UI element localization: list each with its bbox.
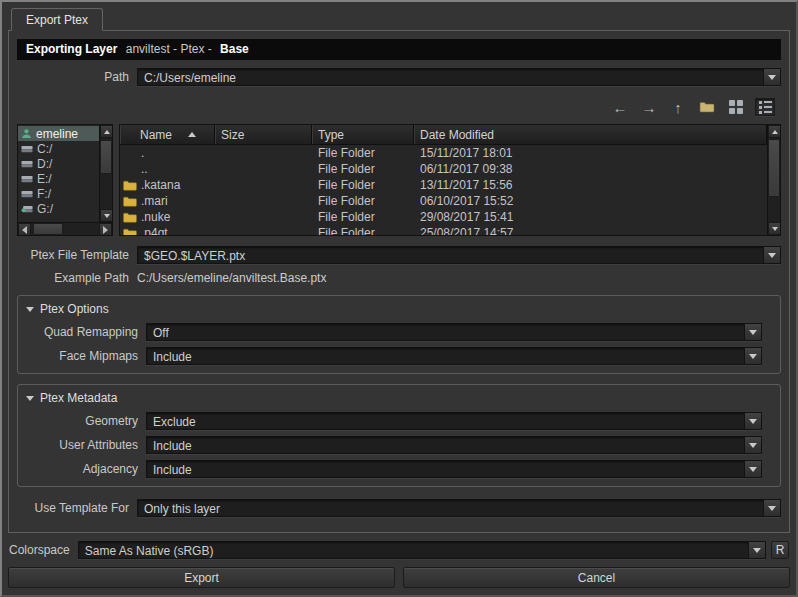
quad-remapping-row: Quad Remapping Off <box>26 323 762 341</box>
chevron-down-icon[interactable] <box>763 247 780 263</box>
chevron-down-icon[interactable] <box>744 348 761 364</box>
table-row[interactable]: .p4qt File Folder 25/08/2017 14:57 <box>120 225 767 235</box>
table-row[interactable]: .mari File Folder 06/10/2017 15:52 <box>120 193 767 209</box>
layer-path-text: anviltest - Ptex - <box>126 42 212 56</box>
sidebar-item-g-drive[interactable]: G:/ <box>18 201 99 216</box>
ptex-metadata-header[interactable]: Ptex Metadata <box>26 390 762 406</box>
drive-icon <box>21 159 33 169</box>
sidebar-item-c-drive[interactable]: C:/ <box>18 141 99 156</box>
sidebar-vertical-scrollbar[interactable] <box>99 125 112 222</box>
folder-icon <box>123 228 138 236</box>
network-drive-icon <box>21 204 33 214</box>
chevron-down-icon[interactable] <box>744 461 761 477</box>
quad-remapping-combobox[interactable]: Off <box>146 323 762 341</box>
sort-ascending-icon <box>188 132 196 137</box>
layer-name-text: Base <box>220 42 249 56</box>
file-list-pane: Name Size Type Date Modified <box>119 124 781 236</box>
quad-remapping-label: Quad Remapping <box>26 325 138 339</box>
sidebar-item-d-drive[interactable]: D:/ <box>18 156 99 171</box>
adjacency-row: Adjacency Include <box>26 460 762 478</box>
drive-icon <box>21 144 33 154</box>
column-header-date-modified[interactable]: Date Modified <box>414 125 767 144</box>
table-row[interactable]: .. File Folder 06/11/2017 09:38 <box>120 161 767 177</box>
list-view-icon[interactable] <box>755 98 775 116</box>
tab-export-ptex[interactable]: Export Ptex <box>11 8 103 31</box>
adjacency-combobox[interactable]: Include <box>146 460 762 478</box>
column-header-name[interactable]: Name <box>120 125 215 144</box>
user-attributes-combobox[interactable]: Include <box>146 436 762 454</box>
table-scrollbar[interactable] <box>767 125 780 235</box>
chevron-down-icon[interactable] <box>744 437 761 453</box>
chevron-down-icon[interactable] <box>744 413 761 429</box>
table-row[interactable]: .katana File Folder 13/11/2017 15:56 <box>120 177 767 193</box>
new-folder-icon[interactable] <box>697 98 717 116</box>
scroll-left-button[interactable] <box>18 223 31 236</box>
export-ptex-dialog: Export Ptex Exporting Layer anviltest - … <box>0 0 798 597</box>
icon-view-icon[interactable] <box>726 98 746 116</box>
cancel-button[interactable]: Cancel <box>403 567 790 588</box>
scroll-up-button[interactable] <box>768 125 781 138</box>
chevron-down-icon[interactable] <box>744 324 761 340</box>
up-icon[interactable]: ↑ <box>668 98 688 116</box>
sidebar-horizontal-scrollbar[interactable] <box>18 222 112 235</box>
path-label: Path <box>17 70 129 84</box>
user-icon <box>21 128 32 139</box>
use-template-row: Use Template For Only this layer <box>17 499 781 517</box>
ptex-file-template-value: $GEO.$LAYER.ptx <box>138 247 763 263</box>
collapse-arrow-icon <box>26 307 34 312</box>
export-ptex-panel: Exporting Layer anviltest - Ptex - Base … <box>8 30 790 533</box>
tab-bar: Export Ptex <box>8 8 790 30</box>
sidebar-item-label: G:/ <box>37 202 53 216</box>
template-row: Ptex File Template $GEO.$LAYER.ptx <box>17 246 781 264</box>
folder-icon <box>123 196 138 207</box>
scroll-down-button[interactable] <box>100 209 112 222</box>
sidebar-item-f-drive[interactable]: F:/ <box>18 186 99 201</box>
use-template-for-combobox[interactable]: Only this layer <box>137 499 781 517</box>
table-row[interactable]: . File Folder 15/11/2017 18:01 <box>120 145 767 161</box>
sidebar-item-label: D:/ <box>37 157 52 171</box>
drive-icon <box>21 174 33 184</box>
file-browser: emeline C:/ <box>17 124 781 236</box>
geometry-combobox[interactable]: Exclude <box>146 412 762 430</box>
chevron-down-icon[interactable] <box>763 69 780 85</box>
geometry-label: Geometry <box>26 414 138 428</box>
column-header-type[interactable]: Type <box>312 125 414 144</box>
colorspace-label: Colorspace <box>9 543 70 557</box>
scroll-up-button[interactable] <box>100 125 112 138</box>
exporting-layer-label: Exporting Layer <box>26 42 117 56</box>
ptex-options-group: Ptex Options Quad Remapping Off Face Mip… <box>17 295 781 374</box>
example-path-row: Example Path C:/Users/emeline/anviltest.… <box>17 271 781 285</box>
scroll-down-button[interactable] <box>768 222 781 235</box>
ptex-metadata-group: Ptex Metadata Geometry Exclude User Attr… <box>17 384 781 487</box>
table-row[interactable]: .nuke File Folder 29/08/2017 15:41 <box>120 209 767 225</box>
ptex-options-title: Ptex Options <box>40 302 109 316</box>
geometry-row: Geometry Exclude <box>26 412 762 430</box>
chevron-down-icon[interactable] <box>748 542 765 558</box>
user-attributes-row: User Attributes Include <box>26 436 762 454</box>
export-button[interactable]: Export <box>8 567 395 588</box>
face-mipmaps-combobox[interactable]: Include <box>146 347 762 365</box>
folder-icon <box>123 180 138 191</box>
sidebar-item-emeline[interactable]: emeline <box>18 126 99 141</box>
ptex-options-header[interactable]: Ptex Options <box>26 301 762 317</box>
colorspace-combobox[interactable]: Same As Native (sRGB) <box>78 541 766 559</box>
drive-icon <box>21 189 33 199</box>
exporting-layer-header: Exporting Layer anviltest - Ptex - Base <box>17 39 781 60</box>
folder-icon <box>123 212 138 223</box>
path-combobox[interactable]: C:/Users/emeline <box>137 68 781 86</box>
drives-list: emeline C:/ <box>18 125 99 222</box>
sidebar-item-label: C:/ <box>37 142 52 156</box>
forward-icon[interactable]: → <box>639 98 659 116</box>
chevron-down-icon[interactable] <box>763 500 780 516</box>
back-icon[interactable]: ← <box>610 98 630 116</box>
example-path-label: Example Path <box>17 271 129 285</box>
user-attributes-label: User Attributes <box>26 438 138 452</box>
scroll-right-button[interactable] <box>99 223 112 236</box>
ptex-file-template-combobox[interactable]: $GEO.$LAYER.ptx <box>137 246 781 264</box>
file-table-body: . File Folder 15/11/2017 18:01 .. File F… <box>120 145 767 235</box>
column-header-size[interactable]: Size <box>215 125 312 144</box>
sidebar-item-label: F:/ <box>37 187 51 201</box>
colorspace-reset-button[interactable]: R <box>771 541 789 559</box>
sidebar-item-e-drive[interactable]: E:/ <box>18 171 99 186</box>
drives-sidebar: emeline C:/ <box>17 124 113 236</box>
